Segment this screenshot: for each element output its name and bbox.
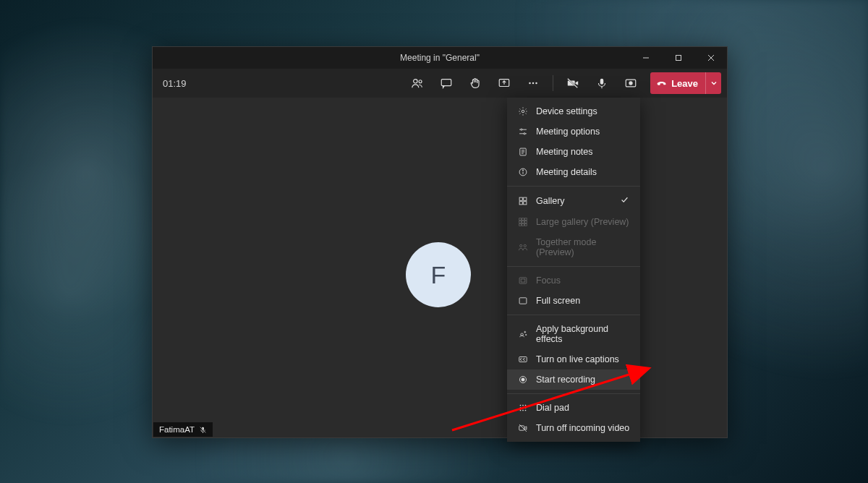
window-maximize-button[interactable] <box>662 47 694 69</box>
window-title: Meeting in "General" <box>400 53 480 63</box>
menu-item-label: Full screen <box>536 296 630 306</box>
svg-point-61 <box>525 410 527 411</box>
menu-dial-pad[interactable]: Dial pad <box>507 398 640 418</box>
grid-icon <box>517 196 529 206</box>
svg-point-19 <box>522 110 524 113</box>
svg-rect-31 <box>519 197 522 200</box>
svg-point-8 <box>529 82 531 85</box>
notes-icon <box>517 147 529 157</box>
menu-item-label: Gallery <box>536 196 613 206</box>
fullscreen-icon <box>517 296 529 306</box>
svg-rect-41 <box>519 223 522 226</box>
leave-button[interactable]: Leave <box>650 72 721 94</box>
chat-button[interactable] <box>434 72 459 95</box>
window-close-button[interactable] <box>694 47 727 69</box>
video-off-icon <box>517 423 529 433</box>
svg-point-15 <box>629 82 632 85</box>
more-actions-button[interactable] <box>521 72 545 95</box>
svg-rect-38 <box>519 221 522 223</box>
svg-rect-46 <box>519 278 527 283</box>
menu-live-captions[interactable]: Turn on live captions <box>507 349 640 369</box>
video-stage: F FatimaAT <box>153 98 727 437</box>
mic-toggle-button[interactable] <box>590 72 614 95</box>
large-grid-icon <box>517 217 529 227</box>
chevron-down-icon <box>710 80 718 87</box>
svg-point-23 <box>524 133 525 134</box>
menu-separator <box>507 315 640 315</box>
menu-item-label: Start recording <box>536 375 630 385</box>
menu-separator <box>507 393 640 394</box>
menu-item-label: Meeting options <box>536 127 630 137</box>
svg-rect-33 <box>519 202 522 205</box>
svg-rect-1 <box>676 56 681 61</box>
participants-button[interactable] <box>405 72 430 95</box>
menu-item-label: Meeting notes <box>536 147 630 157</box>
meeting-toolbar: 01:19 Leave <box>153 69 727 98</box>
people-icon <box>517 242 529 252</box>
svg-point-4 <box>414 80 417 83</box>
record-icon <box>517 375 529 385</box>
meeting-timer: 01:19 <box>163 78 206 89</box>
svg-point-59 <box>520 410 522 411</box>
menu-together-mode: Together mode (Preview) <box>507 232 640 262</box>
svg-point-53 <box>520 405 522 406</box>
menu-item-label: Apply background effects <box>536 324 630 344</box>
svg-point-10 <box>535 82 537 85</box>
cc-icon <box>517 354 529 364</box>
focus-icon <box>517 275 529 286</box>
menu-item-label: Turn on live captions <box>536 354 630 364</box>
svg-point-56 <box>520 407 522 409</box>
leave-button-main[interactable]: Leave <box>650 78 705 89</box>
svg-rect-40 <box>524 221 527 223</box>
menu-full-screen[interactable]: Full screen <box>507 291 640 311</box>
menu-item-label: Device settings <box>536 106 630 116</box>
svg-point-21 <box>521 129 522 130</box>
svg-point-55 <box>525 405 527 406</box>
sparkle-icon <box>517 329 529 339</box>
window-minimize-button[interactable] <box>629 47 662 69</box>
menu-gallery[interactable]: Gallery <box>507 190 640 212</box>
menu-separator <box>507 186 640 187</box>
svg-rect-42 <box>522 223 524 226</box>
info-icon <box>517 167 529 177</box>
gear-icon <box>517 106 529 116</box>
menu-item-label: Large gallery (Preview) <box>536 217 630 227</box>
svg-rect-36 <box>522 218 524 221</box>
menu-large-gallery: Large gallery (Preview) <box>507 212 640 232</box>
svg-point-52 <box>522 378 524 381</box>
menu-item-label: Meeting details <box>536 167 630 177</box>
participant-name: FatimaAT <box>159 425 195 434</box>
device-settings-button[interactable] <box>618 72 643 95</box>
menu-background-effects[interactable]: Apply background effects <box>507 319 640 349</box>
toolbar-separator <box>553 75 553 91</box>
leave-button-caret[interactable] <box>705 72 721 94</box>
menu-item-label: Turn off incoming video <box>536 423 630 433</box>
participant-name-tag: FatimaAT <box>153 422 213 437</box>
camera-toggle-button[interactable] <box>561 72 585 95</box>
svg-rect-48 <box>519 298 527 304</box>
more-actions-menu: Device settings Meeting options Meeting … <box>507 98 640 442</box>
menu-turn-off-incoming-video[interactable]: Turn off incoming video <box>507 418 640 438</box>
raise-hand-button[interactable] <box>463 72 488 95</box>
svg-point-45 <box>524 244 526 247</box>
menu-meeting-notes[interactable]: Meeting notes <box>507 142 640 162</box>
svg-point-9 <box>532 82 535 85</box>
menu-meeting-options[interactable]: Meeting options <box>507 121 640 142</box>
leave-button-label: Leave <box>671 78 698 89</box>
share-screen-button[interactable] <box>492 72 516 95</box>
menu-start-recording[interactable]: Start recording <box>507 369 640 390</box>
dialpad-icon <box>517 403 529 413</box>
menu-device-settings[interactable]: Device settings <box>507 101 640 121</box>
svg-rect-37 <box>524 218 527 221</box>
menu-item-label: Dial pad <box>536 403 630 413</box>
teams-meeting-window: Meeting in "General" 01:19 <box>152 46 728 438</box>
svg-point-5 <box>419 80 422 83</box>
participant-avatar: F <box>406 242 471 307</box>
svg-rect-32 <box>524 197 527 200</box>
mic-muted-icon <box>199 426 207 434</box>
menu-separator <box>507 266 640 267</box>
hangup-icon <box>656 78 667 89</box>
sliders-icon <box>517 127 529 137</box>
menu-meeting-details[interactable]: Meeting details <box>507 162 640 182</box>
svg-rect-39 <box>522 221 524 223</box>
